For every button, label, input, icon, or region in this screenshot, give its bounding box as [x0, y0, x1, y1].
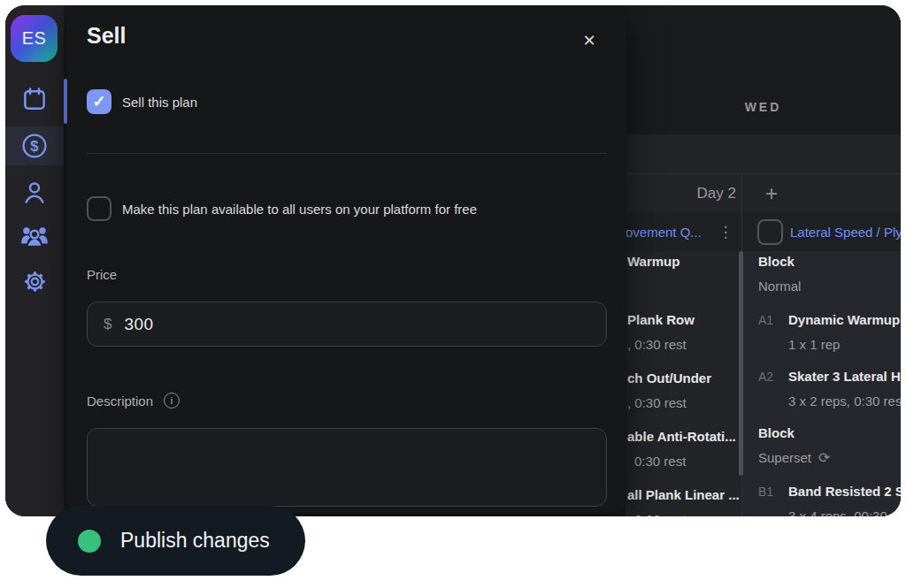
workout-title-left: ovement Q... ⋮: [626, 212, 741, 251]
sidebar-item-teams[interactable]: [5, 217, 64, 256]
exercise-tag: A1: [758, 311, 788, 366]
modal-title: Sell: [87, 23, 126, 49]
app-window: WED Day 2 + ovement Q... ⋮ Warmup: [5, 5, 901, 516]
divider: [87, 153, 607, 154]
day-label: Day 2: [697, 174, 736, 213]
sidebar-item-clients[interactable]: [5, 173, 64, 212]
workout-title-right: Lateral Speed / Plyo: [742, 212, 901, 251]
avatar[interactable]: ES: [11, 15, 58, 62]
svg-text:$: $: [30, 138, 39, 155]
weekday-header: WED: [626, 80, 901, 134]
screenshot-stage: WED Day 2 + ovement Q... ⋮ Warmup: [0, 0, 906, 588]
exercise-tag: A2: [758, 368, 788, 423]
exercise-tag: B1: [758, 483, 788, 516]
description-label: Description: [87, 393, 153, 409]
sidebar-item-sell[interactable]: $: [5, 126, 64, 165]
block-header[interactable]: Block Superset⟳: [742, 424, 901, 481]
workout-column-left: ovement Q... ⋮ Warmup Plank Row , 0:30 r…: [626, 212, 741, 516]
free-plan-checkbox[interactable]: [87, 196, 111, 221]
sidebar-item-calendar[interactable]: [5, 80, 64, 118]
sell-plan-row: ✓ Sell this plan: [87, 89, 197, 114]
currency-symbol: $: [104, 316, 111, 333]
people-group-icon: [19, 221, 50, 251]
list-item[interactable]: Warmup: [626, 253, 741, 309]
block-header[interactable]: Block Normal: [742, 253, 901, 309]
workout-select-checkbox[interactable]: [757, 219, 783, 245]
sell-plan-label: Sell this plan: [122, 95, 197, 110]
publish-changes-button[interactable]: Publish changes: [46, 506, 305, 576]
workout-column-right: Lateral Speed / Plyo Block Normal A1 Dyn…: [742, 212, 901, 516]
close-icon[interactable]: ✕: [577, 28, 602, 53]
list-item[interactable]: all Plank Linear ... , 0:30 rest: [626, 486, 741, 516]
exercise-row[interactable]: B1 Band Resisted 2 Step 3 x 4 reps, 00:3…: [742, 481, 901, 516]
price-input[interactable]: $ 300: [87, 302, 607, 347]
person-icon: [21, 179, 48, 206]
sidebar: ES $: [5, 5, 64, 516]
workout-link[interactable]: ovement Q...: [626, 225, 702, 240]
column-scrollbar[interactable]: [739, 251, 743, 476]
publish-changes-label: Publish changes: [120, 529, 270, 553]
sidebar-item-settings[interactable]: [5, 262, 64, 301]
day-row: Day 2 +: [626, 173, 901, 212]
workout-board: WED Day 2 + ovement Q... ⋮ Warmup: [626, 5, 901, 516]
sell-plan-checkbox[interactable]: ✓: [87, 89, 111, 114]
exercise-row[interactable]: A2 Skater 3 Lateral Hop 3 x 2 reps, 0:30…: [742, 366, 901, 423]
description-label-row: Description i: [87, 393, 180, 409]
price-value: 300: [124, 315, 153, 334]
free-plan-label: Make this plan available to all users on…: [122, 202, 477, 217]
list-item[interactable]: ch Out/Under , 0:30 rest: [626, 370, 741, 426]
calendar-icon: [21, 86, 48, 112]
exercise-row[interactable]: A1 Dynamic Warmup 1 x 1 rep: [742, 309, 901, 366]
info-icon: i: [164, 393, 180, 409]
description-textarea[interactable]: [87, 428, 607, 507]
list-item[interactable]: Plank Row , 0:30 rest: [626, 311, 741, 368]
gear-icon: [22, 269, 48, 294]
workout-link[interactable]: Lateral Speed / Plyo: [790, 225, 901, 240]
publish-status-dot: [78, 530, 101, 553]
superset-cycle-icon: ⟳: [818, 450, 830, 465]
free-plan-row: Make this plan available to all users on…: [87, 196, 477, 221]
dollar-circle-icon: $: [20, 132, 49, 160]
price-label: Price: [87, 267, 117, 282]
add-day-button[interactable]: +: [752, 174, 791, 213]
list-item[interactable]: able Anti-Rotati... 0:30 rest: [626, 428, 741, 485]
kebab-menu-icon[interactable]: ⋮: [717, 218, 734, 246]
sell-modal: Sell ✕ ✓ Sell this plan Make this plan a…: [67, 5, 626, 513]
